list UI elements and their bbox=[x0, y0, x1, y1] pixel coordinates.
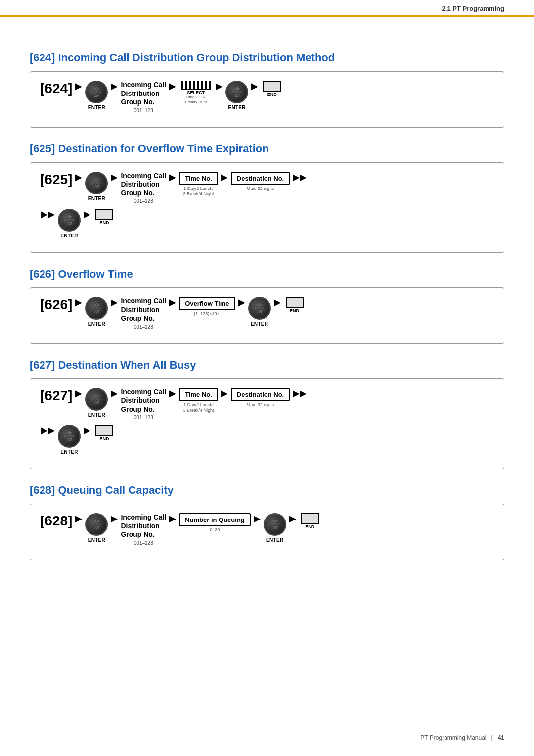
outbox-wrap: Time No.1 Day/2 Lunch/ 3 Break/4 Night bbox=[179, 172, 218, 197]
enter-circle[interactable]: ◁ ▷ ENTER △ ▽ bbox=[85, 297, 108, 320]
outbox-sub: 1 Day/2 Lunch/ 3 Break/4 Night bbox=[183, 186, 214, 197]
double-arrow-icon: ▶▶ bbox=[293, 172, 307, 183]
arrow-icon: ▶ bbox=[169, 388, 176, 399]
icdg-sub-text: 001–128 bbox=[121, 415, 166, 420]
flow-row-627-0: [627]▶ ◁ ▷ ENTER △ ▽ ENTER▶Incoming Call… bbox=[40, 388, 494, 421]
enter-circle[interactable]: ◁ ▷ ENTER △ ▽ bbox=[85, 172, 108, 194]
enter-button-wrap[interactable]: ◁ ▷ ENTER △ ▽ ENTER bbox=[264, 513, 286, 543]
arrow-icon: ▶ bbox=[84, 209, 90, 220]
double-arrow-icon: ▶▶ bbox=[41, 209, 55, 220]
arrow-icon: ▶ bbox=[254, 513, 261, 524]
outlined-box: Number in Queuing bbox=[179, 513, 251, 526]
enter-label: ENTER bbox=[88, 105, 105, 110]
enter-circle[interactable]: ◁ ▷ ENTER △ ▽ bbox=[225, 81, 248, 103]
enter-button-wrap[interactable]: ◁ ▷ ENTER △ ▽ ENTER bbox=[58, 209, 81, 238]
end-rect bbox=[95, 209, 113, 220]
num-badge: [626] bbox=[40, 297, 72, 313]
icdg-sub-text: 001–128 bbox=[121, 198, 166, 204]
icdg-main-text: Incoming CallDistributionGroup No. bbox=[121, 388, 166, 414]
section-625: [625] Destination for Overflow Time Expi… bbox=[30, 142, 504, 253]
arrow-icon: ▶ bbox=[169, 81, 176, 92]
section-title-626: [626] Overflow Time bbox=[30, 268, 504, 281]
arrow-icon: ▶ bbox=[75, 297, 82, 308]
enter-button-wrap[interactable]: ◁ ▷ ENTER △ ▽ ENTER bbox=[248, 297, 271, 327]
enter-circle[interactable]: ◁ ▷ ENTER △ ▽ bbox=[85, 513, 108, 536]
outbox-wrap: Destination No.Max. 32 digits bbox=[231, 388, 290, 408]
arrow-icon: ▶ bbox=[75, 388, 82, 399]
outlined-box: Time No. bbox=[179, 388, 218, 401]
outbox-wrap: Time No.1 Day/2 Lunch/ 3 Break/4 Night bbox=[179, 388, 218, 414]
enter-button-wrap[interactable]: ◁ ▷ ENTER △ ▽ ENTER bbox=[85, 513, 108, 543]
icdg-block: Incoming CallDistributionGroup No.001–12… bbox=[121, 81, 166, 113]
flow-row-625-0: [625]▶ ◁ ▷ ENTER △ ▽ ENTER▶Incoming Call… bbox=[40, 172, 494, 204]
arrow-icon: ▶ bbox=[75, 513, 82, 524]
icdg-main-text: Incoming CallDistributionGroup No. bbox=[121, 81, 166, 107]
end-label: END bbox=[99, 220, 109, 225]
num-badge: [627] bbox=[40, 388, 72, 404]
icdg-sub-text: 001–128 bbox=[121, 324, 166, 330]
arrow-icon: ▶ bbox=[111, 172, 118, 183]
diagram-box-625: [625]▶ ◁ ▷ ENTER △ ▽ ENTER▶Incoming Call… bbox=[30, 162, 504, 253]
num-badge: [625] bbox=[40, 172, 72, 188]
enter-circle[interactable]: ◁ ▷ ENTER △ ▽ bbox=[85, 388, 108, 411]
num-badge: [628] bbox=[40, 513, 72, 529]
enter-circle[interactable]: ◁ ▷ ENTER △ ▽ bbox=[248, 297, 271, 320]
enter-label: ENTER bbox=[228, 105, 245, 110]
enter-button-wrap[interactable]: ◁ ▷ ENTER △ ▽ ENTER bbox=[85, 81, 108, 110]
diagram-box-627: [627]▶ ◁ ▷ ENTER △ ▽ ENTER▶Incoming Call… bbox=[30, 378, 504, 470]
select-label: SELECT bbox=[187, 90, 205, 95]
enter-circle[interactable]: ◁ ▷ ENTER △ ▽ bbox=[58, 425, 81, 448]
arrow-icon: ▶ bbox=[169, 297, 176, 308]
enter-circle[interactable]: ◁ ▷ ENTER △ ▽ bbox=[85, 81, 108, 103]
arrow-icon: ▶ bbox=[238, 297, 245, 308]
header-bar: 2.1 PT Programming bbox=[0, 0, 534, 17]
end-label: END bbox=[305, 524, 314, 529]
icdg-sub-text: 001–128 bbox=[121, 540, 166, 546]
arrow-icon: ▶ bbox=[274, 297, 281, 308]
section-title-627: [627] Destination When All Busy bbox=[30, 359, 504, 372]
outlined-box: Destination No. bbox=[231, 388, 290, 401]
outlined-box: Time No. bbox=[179, 172, 218, 185]
enter-button-wrap[interactable]: ◁ ▷ ENTER △ ▽ ENTER bbox=[225, 81, 248, 110]
enter-circle[interactable]: ◁ ▷ ENTER △ ▽ bbox=[58, 209, 81, 232]
arrow-icon: ▶ bbox=[216, 81, 222, 92]
end-box: END bbox=[301, 513, 319, 529]
double-arrow-icon: ▶▶ bbox=[293, 388, 307, 399]
section-title-628: [628] Queuing Call Capacity bbox=[30, 484, 504, 497]
end-box: END bbox=[95, 209, 113, 225]
arrow-icon: ▶ bbox=[111, 513, 118, 524]
enter-button-wrap[interactable]: ◁ ▷ ENTER △ ▽ ENTER bbox=[58, 425, 81, 455]
section-626: [626] Overflow Time[626]▶ ◁ ▷ ENTER △ ▽ … bbox=[30, 268, 504, 344]
diagram-box-626: [626]▶ ◁ ▷ ENTER △ ▽ ENTER▶Incoming Call… bbox=[30, 287, 504, 344]
flow-row-624-0: [624]▶ ◁ ▷ ENTER △ ▽ ENTER▶Incoming Call… bbox=[40, 81, 494, 113]
icdg-main-text: Incoming CallDistributionGroup No. bbox=[121, 297, 166, 323]
end-box: END bbox=[286, 297, 304, 313]
enter-button-wrap[interactable]: ◁ ▷ ENTER △ ▽ ENTER bbox=[85, 297, 108, 327]
end-rect bbox=[95, 425, 113, 436]
enter-label: ENTER bbox=[251, 321, 268, 327]
flow-row-628-0: [628]▶ ◁ ▷ ENTER △ ▽ ENTER▶Incoming Call… bbox=[40, 513, 494, 546]
enter-label: ENTER bbox=[60, 449, 78, 455]
diagram-box-624: [624]▶ ◁ ▷ ENTER △ ▽ ENTER▶Incoming Call… bbox=[30, 71, 504, 128]
outbox-sub: Max. 32 digits bbox=[247, 402, 274, 408]
outbox-sub: Max. 32 digits bbox=[247, 186, 274, 192]
double-arrow-icon: ▶▶ bbox=[41, 425, 55, 436]
flow-row-625-1: ▶▶ ◁ ▷ ENTER △ ▽ ENTER▶END bbox=[40, 209, 494, 238]
end-label: END bbox=[267, 92, 277, 97]
num-badge: [624] bbox=[40, 81, 72, 96]
icdg-block: Incoming CallDistributionGroup No.001–12… bbox=[121, 388, 166, 421]
enter-circle[interactable]: ◁ ▷ ENTER △ ▽ bbox=[264, 513, 286, 536]
icdg-main-text: Incoming CallDistributionGroup No. bbox=[121, 513, 166, 539]
icdg-block: Incoming CallDistributionGroup No.001–12… bbox=[121, 513, 166, 546]
outlined-box: Overflow Time bbox=[179, 297, 235, 310]
enter-button-wrap[interactable]: ◁ ▷ ENTER △ ▽ ENTER bbox=[85, 172, 108, 201]
arrow-icon: ▶ bbox=[221, 388, 228, 399]
select-stripe bbox=[181, 81, 211, 90]
enter-button-wrap[interactable]: ◁ ▷ ENTER △ ▽ ENTER bbox=[85, 388, 108, 418]
arrow-icon: ▶ bbox=[289, 513, 296, 524]
arrow-icon: ▶ bbox=[111, 81, 118, 92]
diagram-box-628: [628]▶ ◁ ▷ ENTER △ ▽ ENTER▶Incoming Call… bbox=[30, 504, 504, 560]
outbox-sub: 1 Day/2 Lunch/ 3 Break/4 Night bbox=[183, 402, 214, 414]
select-sublabel: Ring/UCD/Priority Hunt bbox=[185, 95, 207, 104]
section-628: [628] Queuing Call Capacity[628]▶ ◁ ▷ EN… bbox=[30, 484, 504, 560]
